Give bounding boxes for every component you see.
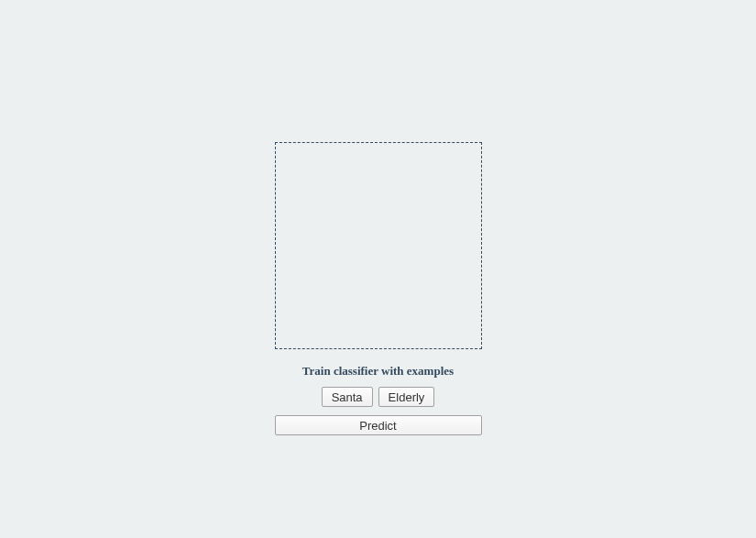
class-a-button[interactable]: Santa (322, 387, 373, 407)
video-dropzone[interactable] (275, 142, 482, 349)
class-b-button[interactable]: Elderly (378, 387, 435, 407)
main-container: Train classifier with examples Santa Eld… (0, 0, 756, 538)
class-button-row: Santa Elderly (322, 387, 435, 407)
predict-button[interactable]: Predict (275, 415, 482, 435)
heading-text: Train classifier with examples (302, 364, 454, 379)
